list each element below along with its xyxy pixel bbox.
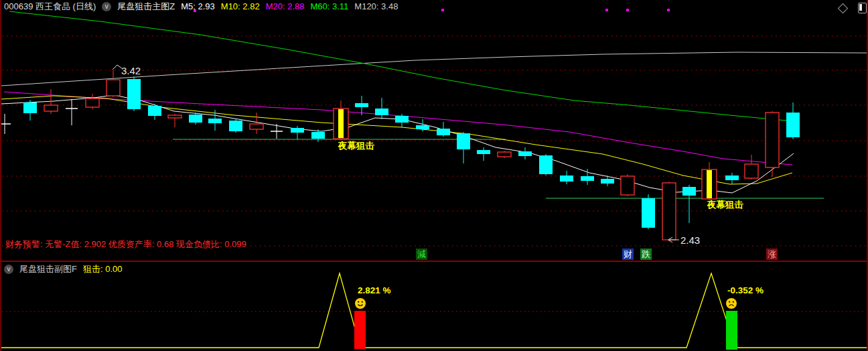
- signal-bar: [726, 311, 737, 350]
- main-indicator-name[interactable]: 尾盘狙击主图Z: [117, 1, 175, 13]
- event-marker-finance[interactable]: 财: [622, 249, 634, 260]
- sad-face-icon: [726, 298, 737, 309]
- signal-dot: [605, 9, 608, 11]
- sub-indicator-name[interactable]: 尾盘狙击副图F: [19, 263, 77, 275]
- event-marker-reduce[interactable]: 減: [416, 249, 427, 260]
- main-candlestick-chart[interactable]: 3.422.43夜幕狙击夜幕狙击: [0, 0, 868, 261]
- signal-percent-label: 2.821 %: [358, 285, 391, 295]
- signal-flag-label: 夜幕狙击: [338, 141, 375, 151]
- panel-separator[interactable]: [0, 261, 868, 262]
- signal-dot: [626, 9, 629, 11]
- signal-bar: [354, 311, 366, 349]
- smiley-face-icon: [355, 298, 366, 309]
- finance-warning-text: 财务预警: 无警-Z值: 2.902 优质资产率: 0.68 现金负债比: 0.…: [5, 238, 246, 251]
- ma-line-MA20: [4, 92, 792, 165]
- signal-percent-label: -0.352 %: [727, 285, 764, 295]
- collapse-chevron-icon[interactable]: v: [4, 265, 13, 274]
- event-marker-fall[interactable]: 跌: [640, 249, 652, 260]
- price-annotation: 3.42: [121, 65, 141, 76]
- split-panel-icon[interactable]: [858, 3, 867, 13]
- signal-dot: [441, 9, 444, 11]
- ma120-value: M120: 3.48: [354, 1, 398, 11]
- sub-chart-header: v 尾盘狙击副图F 狙击: 0.00: [4, 263, 122, 275]
- ma10-value: M10: 2.82: [221, 1, 260, 11]
- event-marker-rise[interactable]: 涨: [766, 249, 778, 260]
- collapse-chevron-icon[interactable]: v: [102, 2, 111, 11]
- price-annotation: 2.43: [680, 234, 700, 246]
- signal-flag-label: 夜幕狙击: [707, 200, 744, 210]
- sub-indicator-value: 狙击: 0.00: [83, 263, 123, 275]
- ma20-value: M20: 2.88: [266, 1, 305, 11]
- ma-line-MA10: [1, 96, 792, 184]
- candles: [0, 70, 800, 241]
- stock-trading-app-window: 3.422.43夜幕狙击夜幕狙击 2.821 %-0.352 % 000639 …: [0, 0, 868, 351]
- sub-indicator-chart[interactable]: 2.821 %-0.352 %: [0, 261, 868, 351]
- ma60-value: M60: 3.11: [310, 1, 348, 11]
- ma5-value: M5: 2.93: [181, 1, 215, 11]
- left-frame-border: [0, 0, 1, 351]
- signal-dot: [667, 9, 670, 11]
- stock-symbol: 000639 西王食品 (日线): [4, 1, 96, 13]
- chart-title-bar: 000639 西王食品 (日线) v 尾盘狙击主图Z M5: 2.93 M10:…: [4, 1, 404, 12]
